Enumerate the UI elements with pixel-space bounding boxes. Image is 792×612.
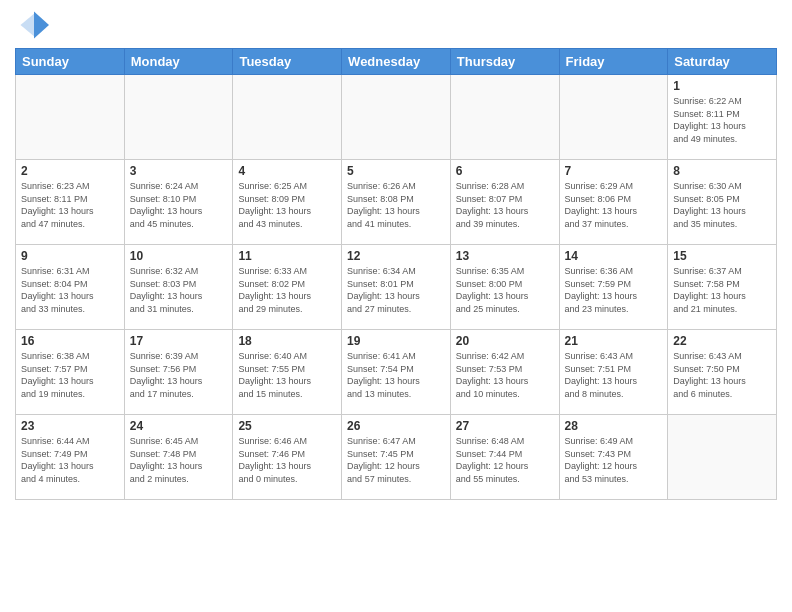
day-number: 21: [565, 334, 663, 348]
day-info: Sunrise: 6:47 AM Sunset: 7:45 PM Dayligh…: [347, 435, 445, 485]
day-number: 24: [130, 419, 228, 433]
day-info: Sunrise: 6:43 AM Sunset: 7:50 PM Dayligh…: [673, 350, 771, 400]
table-row: 2Sunrise: 6:23 AM Sunset: 8:11 PM Daylig…: [16, 160, 125, 245]
table-row: 24Sunrise: 6:45 AM Sunset: 7:48 PM Dayli…: [124, 415, 233, 500]
day-info: Sunrise: 6:38 AM Sunset: 7:57 PM Dayligh…: [21, 350, 119, 400]
day-number: 3: [130, 164, 228, 178]
day-info: Sunrise: 6:28 AM Sunset: 8:07 PM Dayligh…: [456, 180, 554, 230]
table-row: 10Sunrise: 6:32 AM Sunset: 8:03 PM Dayli…: [124, 245, 233, 330]
day-number: 27: [456, 419, 554, 433]
col-saturday: Saturday: [668, 49, 777, 75]
day-info: Sunrise: 6:39 AM Sunset: 7:56 PM Dayligh…: [130, 350, 228, 400]
day-info: Sunrise: 6:40 AM Sunset: 7:55 PM Dayligh…: [238, 350, 336, 400]
col-sunday: Sunday: [16, 49, 125, 75]
table-row: 21Sunrise: 6:43 AM Sunset: 7:51 PM Dayli…: [559, 330, 668, 415]
day-number: 7: [565, 164, 663, 178]
day-info: Sunrise: 6:23 AM Sunset: 8:11 PM Dayligh…: [21, 180, 119, 230]
table-row: 3Sunrise: 6:24 AM Sunset: 8:10 PM Daylig…: [124, 160, 233, 245]
calendar-header-row: Sunday Monday Tuesday Wednesday Thursday…: [16, 49, 777, 75]
day-info: Sunrise: 6:36 AM Sunset: 7:59 PM Dayligh…: [565, 265, 663, 315]
day-number: 8: [673, 164, 771, 178]
day-info: Sunrise: 6:30 AM Sunset: 8:05 PM Dayligh…: [673, 180, 771, 230]
day-number: 6: [456, 164, 554, 178]
day-number: 22: [673, 334, 771, 348]
day-number: 20: [456, 334, 554, 348]
table-row: 18Sunrise: 6:40 AM Sunset: 7:55 PM Dayli…: [233, 330, 342, 415]
table-row: 4Sunrise: 6:25 AM Sunset: 8:09 PM Daylig…: [233, 160, 342, 245]
day-info: Sunrise: 6:25 AM Sunset: 8:09 PM Dayligh…: [238, 180, 336, 230]
day-number: 16: [21, 334, 119, 348]
day-number: 23: [21, 419, 119, 433]
calendar-week-row: 9Sunrise: 6:31 AM Sunset: 8:04 PM Daylig…: [16, 245, 777, 330]
table-row: 27Sunrise: 6:48 AM Sunset: 7:44 PM Dayli…: [450, 415, 559, 500]
table-row: 28Sunrise: 6:49 AM Sunset: 7:43 PM Dayli…: [559, 415, 668, 500]
day-number: 17: [130, 334, 228, 348]
table-row: 15Sunrise: 6:37 AM Sunset: 7:58 PM Dayli…: [668, 245, 777, 330]
col-wednesday: Wednesday: [342, 49, 451, 75]
day-info: Sunrise: 6:31 AM Sunset: 8:04 PM Dayligh…: [21, 265, 119, 315]
day-number: 13: [456, 249, 554, 263]
day-info: Sunrise: 6:44 AM Sunset: 7:49 PM Dayligh…: [21, 435, 119, 485]
svg-marker-1: [34, 12, 49, 39]
table-row: 5Sunrise: 6:26 AM Sunset: 8:08 PM Daylig…: [342, 160, 451, 245]
day-info: Sunrise: 6:33 AM Sunset: 8:02 PM Dayligh…: [238, 265, 336, 315]
col-thursday: Thursday: [450, 49, 559, 75]
day-number: 5: [347, 164, 445, 178]
page: Sunday Monday Tuesday Wednesday Thursday…: [0, 0, 792, 612]
day-number: 26: [347, 419, 445, 433]
table-row: 6Sunrise: 6:28 AM Sunset: 8:07 PM Daylig…: [450, 160, 559, 245]
table-row: [233, 75, 342, 160]
day-info: Sunrise: 6:32 AM Sunset: 8:03 PM Dayligh…: [130, 265, 228, 315]
calendar-week-row: 16Sunrise: 6:38 AM Sunset: 7:57 PM Dayli…: [16, 330, 777, 415]
table-row: [559, 75, 668, 160]
col-monday: Monday: [124, 49, 233, 75]
day-info: Sunrise: 6:49 AM Sunset: 7:43 PM Dayligh…: [565, 435, 663, 485]
day-number: 15: [673, 249, 771, 263]
table-row: 13Sunrise: 6:35 AM Sunset: 8:00 PM Dayli…: [450, 245, 559, 330]
table-row: 11Sunrise: 6:33 AM Sunset: 8:02 PM Dayli…: [233, 245, 342, 330]
day-info: Sunrise: 6:24 AM Sunset: 8:10 PM Dayligh…: [130, 180, 228, 230]
day-number: 18: [238, 334, 336, 348]
day-info: Sunrise: 6:43 AM Sunset: 7:51 PM Dayligh…: [565, 350, 663, 400]
day-info: Sunrise: 6:22 AM Sunset: 8:11 PM Dayligh…: [673, 95, 771, 145]
day-info: Sunrise: 6:42 AM Sunset: 7:53 PM Dayligh…: [456, 350, 554, 400]
table-row: 16Sunrise: 6:38 AM Sunset: 7:57 PM Dayli…: [16, 330, 125, 415]
day-number: 12: [347, 249, 445, 263]
table-row: [124, 75, 233, 160]
header: [15, 10, 777, 40]
table-row: [342, 75, 451, 160]
table-row: 7Sunrise: 6:29 AM Sunset: 8:06 PM Daylig…: [559, 160, 668, 245]
day-number: 2: [21, 164, 119, 178]
day-info: Sunrise: 6:37 AM Sunset: 7:58 PM Dayligh…: [673, 265, 771, 315]
table-row: 20Sunrise: 6:42 AM Sunset: 7:53 PM Dayli…: [450, 330, 559, 415]
table-row: 23Sunrise: 6:44 AM Sunset: 7:49 PM Dayli…: [16, 415, 125, 500]
table-row: 9Sunrise: 6:31 AM Sunset: 8:04 PM Daylig…: [16, 245, 125, 330]
table-row: 26Sunrise: 6:47 AM Sunset: 7:45 PM Dayli…: [342, 415, 451, 500]
table-row: 25Sunrise: 6:46 AM Sunset: 7:46 PM Dayli…: [233, 415, 342, 500]
day-number: 11: [238, 249, 336, 263]
day-number: 14: [565, 249, 663, 263]
table-row: [668, 415, 777, 500]
calendar-week-row: 1Sunrise: 6:22 AM Sunset: 8:11 PM Daylig…: [16, 75, 777, 160]
calendar-week-row: 2Sunrise: 6:23 AM Sunset: 8:11 PM Daylig…: [16, 160, 777, 245]
day-number: 19: [347, 334, 445, 348]
day-info: Sunrise: 6:29 AM Sunset: 8:06 PM Dayligh…: [565, 180, 663, 230]
day-info: Sunrise: 6:48 AM Sunset: 7:44 PM Dayligh…: [456, 435, 554, 485]
table-row: 8Sunrise: 6:30 AM Sunset: 8:05 PM Daylig…: [668, 160, 777, 245]
calendar: Sunday Monday Tuesday Wednesday Thursday…: [15, 48, 777, 500]
table-row: 12Sunrise: 6:34 AM Sunset: 8:01 PM Dayli…: [342, 245, 451, 330]
day-info: Sunrise: 6:41 AM Sunset: 7:54 PM Dayligh…: [347, 350, 445, 400]
day-number: 4: [238, 164, 336, 178]
day-number: 9: [21, 249, 119, 263]
calendar-week-row: 23Sunrise: 6:44 AM Sunset: 7:49 PM Dayli…: [16, 415, 777, 500]
table-row: [450, 75, 559, 160]
col-friday: Friday: [559, 49, 668, 75]
day-info: Sunrise: 6:45 AM Sunset: 7:48 PM Dayligh…: [130, 435, 228, 485]
day-number: 25: [238, 419, 336, 433]
table-row: [16, 75, 125, 160]
table-row: 17Sunrise: 6:39 AM Sunset: 7:56 PM Dayli…: [124, 330, 233, 415]
table-row: 22Sunrise: 6:43 AM Sunset: 7:50 PM Dayli…: [668, 330, 777, 415]
col-tuesday: Tuesday: [233, 49, 342, 75]
logo-icon: [19, 10, 49, 40]
day-info: Sunrise: 6:34 AM Sunset: 8:01 PM Dayligh…: [347, 265, 445, 315]
